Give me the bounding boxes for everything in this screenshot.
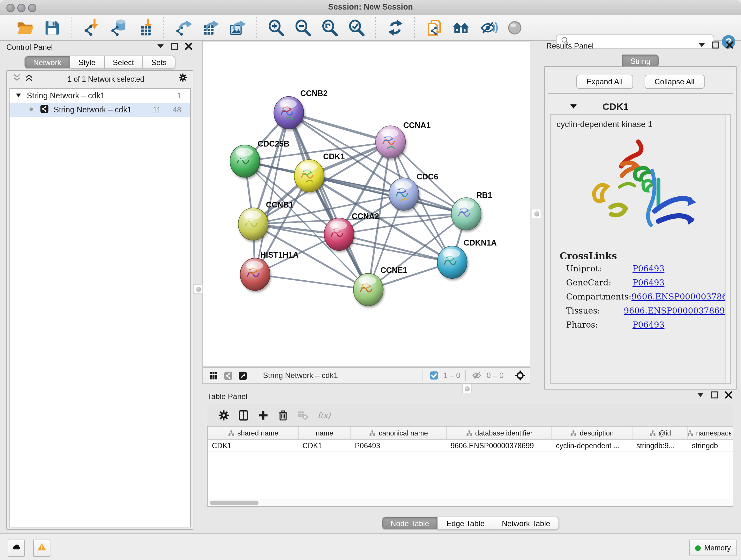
- close-icon[interactable]: [184, 41, 193, 53]
- tab-network[interactable]: Network: [24, 56, 70, 69]
- toolbar-separator: [256, 17, 257, 38]
- column-header-@id[interactable]: @id: [632, 427, 688, 439]
- table-header-row: shared namenamecanonical namedatabase id…: [208, 427, 733, 440]
- table-horizontal-scrollbar[interactable]: [208, 499, 733, 506]
- save-icon[interactable]: [43, 18, 61, 37]
- crosslink-link[interactable]: 9606.ENSP00000378699: [624, 306, 730, 315]
- chevrons-up-icon[interactable]: [24, 73, 34, 85]
- home-icon[interactable]: [452, 18, 470, 37]
- gear-icon[interactable]: [218, 409, 230, 421]
- fx-icon[interactable]: f(x): [317, 409, 329, 421]
- birdseye-icon[interactable]: [238, 371, 248, 380]
- tree-row-label: String Network – cdk1: [54, 105, 132, 114]
- node-CDKN1A[interactable]: CDKN1A: [437, 238, 496, 278]
- zoom-in-icon[interactable]: [267, 18, 285, 37]
- hidden-eye-icon[interactable]: [472, 370, 482, 381]
- selected-checkbox-icon[interactable]: [428, 370, 439, 381]
- node-RB1[interactable]: RB1: [451, 191, 492, 230]
- export-image-icon[interactable]: [228, 18, 246, 37]
- close-icon[interactable]: [725, 40, 735, 52]
- table-row[interactable]: CDK1CDK1P064939606.ENSP00000378699cyclin…: [208, 440, 733, 452]
- svg-text:f(x): f(x): [318, 411, 331, 420]
- crosslink-link[interactable]: P06493: [632, 264, 664, 273]
- crosslink-link[interactable]: 9606.ENSP00000378699: [631, 292, 731, 301]
- float-icon[interactable]: [711, 40, 721, 52]
- eye-icon[interactable]: [506, 18, 523, 37]
- import-table-icon[interactable]: [135, 18, 153, 37]
- table-delete-icon[interactable]: [297, 409, 309, 421]
- zoom-fit-icon[interactable]: [320, 18, 338, 37]
- tab-node-table[interactable]: Node Table: [382, 516, 438, 530]
- chevrons-down-icon[interactable]: [12, 73, 22, 85]
- network-footer-left-icons: [206, 371, 250, 380]
- tree-row[interactable]: String Network – cdk11: [10, 89, 190, 103]
- add-icon[interactable]: [257, 409, 269, 421]
- network-graph[interactable]: CCNB2CCNA1CDC25BCDK1CDC6RB1CCNB1CCNA2CDK…: [203, 42, 530, 366]
- tree-row[interactable]: String Network – cdk11148: [10, 103, 190, 117]
- float-icon[interactable]: [170, 41, 179, 53]
- disclosure-down-icon[interactable]: [15, 91, 22, 101]
- tab-edge-table[interactable]: Edge Table: [438, 516, 494, 530]
- column-header-namespace[interactable]: namespace: [688, 427, 731, 439]
- collapse-entry-icon[interactable]: [569, 101, 578, 111]
- memory-button[interactable]: Memory: [690, 540, 737, 556]
- share-gray-icon[interactable]: [223, 371, 233, 380]
- fit-content-button[interactable]: [515, 370, 525, 381]
- edge-CCNB2-CCNA1[interactable]: [289, 113, 391, 142]
- left-splitter-handle[interactable]: [193, 284, 203, 294]
- zoom-out-icon[interactable]: [293, 18, 312, 37]
- node-label-HIST1H1A: HIST1H1A: [260, 250, 298, 259]
- open-folder-icon[interactable]: [16, 18, 34, 37]
- hide-eye-icon[interactable]: [479, 18, 496, 37]
- edge-HIST1H1A-CCNE1[interactable]: [255, 274, 368, 290]
- gear-icon[interactable]: [178, 73, 188, 85]
- export-network-icon[interactable]: [174, 18, 192, 37]
- results-scrollbar[interactable]: [725, 115, 730, 383]
- node-CDK1[interactable]: CDK1: [294, 152, 345, 192]
- column-header-description[interactable]: description: [552, 427, 632, 439]
- toolbar-icons: [11, 17, 528, 38]
- fork-icon: [369, 429, 376, 436]
- export-table-icon[interactable]: [201, 18, 219, 37]
- column-header-canonical-name[interactable]: canonical name: [351, 427, 447, 439]
- crosslink-link[interactable]: P06493: [632, 320, 664, 329]
- collapse-arrow-icon[interactable]: [697, 40, 706, 52]
- crosslink-link[interactable]: P06493: [632, 278, 664, 287]
- column-header-shared-name[interactable]: shared name: [208, 427, 299, 439]
- close-icon[interactable]: [724, 390, 733, 402]
- tab-string[interactable]: String: [622, 54, 660, 68]
- network-canvas[interactable]: CCNB2CCNA1CDC25BCDK1CDC6RB1CCNB1CCNA2CDK…: [202, 41, 530, 367]
- tab-style[interactable]: Style: [70, 56, 105, 69]
- scrollbar-thumb[interactable]: [210, 501, 259, 505]
- node-CDC25B[interactable]: CDC25B: [230, 139, 289, 178]
- column-header-name[interactable]: name: [299, 427, 351, 439]
- tab-network-table[interactable]: Network Table: [494, 516, 559, 530]
- columns-icon[interactable]: [238, 409, 250, 421]
- crosslink-row: Uniprot:P06493: [566, 264, 730, 273]
- zoom-selected-icon[interactable]: [347, 18, 365, 37]
- edge-CCNB2-HIST1H1A[interactable]: [255, 113, 289, 274]
- right-splitter-handle[interactable]: [532, 209, 541, 219]
- grid-icon[interactable]: [209, 371, 218, 380]
- expand-all-button[interactable]: Expand All: [576, 75, 633, 89]
- collapse-arrow-icon[interactable]: [156, 41, 165, 53]
- cloud-button[interactable]: [8, 540, 25, 557]
- tab-select[interactable]: Select: [105, 56, 143, 69]
- table-cell: CDK1: [208, 440, 299, 451]
- import-database-icon[interactable]: [109, 18, 126, 37]
- trash-icon[interactable]: [277, 409, 289, 421]
- refresh-icon[interactable]: [386, 18, 404, 37]
- node-CCNA1[interactable]: CCNA1: [376, 121, 431, 159]
- collapse-all-button[interactable]: Collapse All: [644, 75, 704, 89]
- node-CCNB2[interactable]: CCNB2: [274, 89, 327, 129]
- import-network-icon[interactable]: [82, 18, 99, 37]
- node-CCNE1[interactable]: CCNE1: [353, 266, 407, 306]
- node-HIST1H1A[interactable]: HIST1H1A: [240, 250, 299, 291]
- node-label-CDC25B: CDC25B: [258, 139, 289, 148]
- column-header-database-identifier[interactable]: database identifier: [447, 427, 552, 439]
- warning-button[interactable]: [33, 540, 51, 557]
- tab-sets[interactable]: Sets: [143, 56, 176, 69]
- collapse-arrow-icon[interactable]: [696, 390, 705, 402]
- share-document-icon[interactable]: [425, 18, 443, 37]
- float-icon[interactable]: [710, 390, 719, 402]
